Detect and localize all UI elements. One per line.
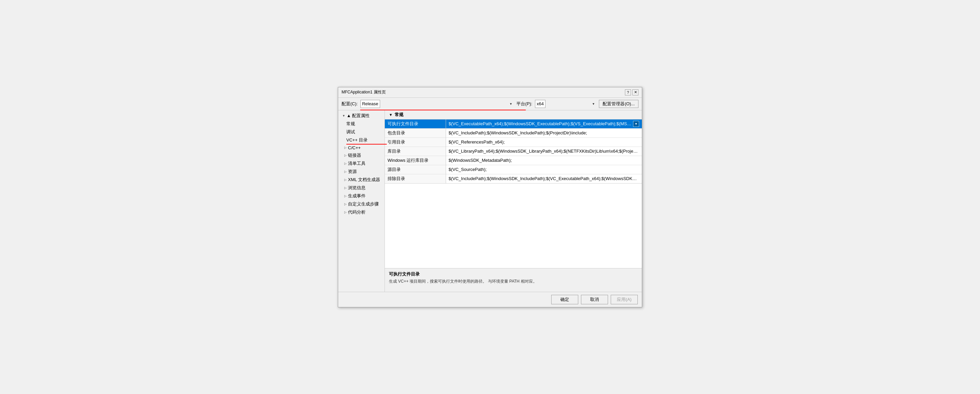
sidebar-debug-label: 调试 [346,129,355,135]
sidebar: ▼ ▲ 配置属性 常规 调试 VC++ 目录 ▷ C/C++ ▷ 链接器 [338,110,385,292]
sidebar-resource-label: 资源 [348,169,357,175]
prop-name: 库目录 [385,147,446,156]
prop-name: 排除目录 [385,174,446,183]
prop-value[interactable]: $(VC_LibraryPath_x64);$(WindowsSDK_Libra… [446,147,642,156]
main-dialog: MFCApplication1 属性页 ? ✕ 配置(C): Release 平… [338,87,642,307]
prop-name: 引用目录 [385,137,446,147]
sidebar-code-analysis-label: 代码分析 [348,209,366,215]
prop-name: Windows 运行库目录 [385,156,446,165]
table-row[interactable]: 源目录$(VC_SourcePath); [385,165,642,174]
sidebar-vcpp-label: VC++ 目录 [346,137,368,143]
sidebar-manifest-label: 清单工具 [348,160,366,166]
prop-name: 源目录 [385,165,446,174]
platform-select-wrapper: x64 [535,100,596,108]
main-content: ▼ ▲ 配置属性 常规 调试 VC++ 目录 ▷ C/C++ ▷ 链接器 [338,110,642,292]
linker-arrow-icon: ▷ [344,154,347,157]
build-events-arrow-icon: ▷ [344,194,347,198]
table-row[interactable]: 包含目录$(VC_IncludePath);$(WindowsSDK_Inclu… [385,128,642,137]
sidebar-build-events-label: 生成事件 [348,193,366,199]
xml-arrow-icon: ▷ [344,178,347,182]
right-panel: ▼ 常规 可执行文件目录$(VC_ExecutablePath_x64);$(W… [385,110,642,292]
prop-value[interactable]: $(VC_IncludePath);$(WindowsSDK_IncludePa… [446,174,642,183]
props-table: 可执行文件目录$(VC_ExecutablePath_x64);$(Window… [385,120,642,183]
prop-value[interactable]: $(VC_SourcePath); [446,165,642,174]
table-row[interactable]: 库目录$(VC_LibraryPath_x64);$(WindowsSDK_Li… [385,147,642,156]
sidebar-custom-build-label: 自定义生成步骤 [348,201,379,207]
custom-build-arrow-icon: ▷ [344,203,347,206]
prop-value[interactable]: $(WindowsSDK_MetadataPath); [446,156,642,165]
sidebar-linker-label: 链接器 [348,152,361,158]
prop-name: 可执行文件目录 [385,120,446,129]
table-row[interactable]: 排除目录$(VC_IncludePath);$(WindowsSDK_Inclu… [385,174,642,183]
section-toggle-icon[interactable]: ▼ [389,113,393,117]
dialog-title: MFCApplication1 属性页 [342,89,386,95]
ok-button[interactable]: 确定 [551,295,578,304]
title-bar: MFCApplication1 属性页 ? ✕ [338,87,642,98]
browse-arrow-icon: ▷ [344,186,347,190]
table-row[interactable]: Windows 运行库目录$(WindowsSDK_MetadataPath); [385,156,642,165]
help-button[interactable]: ? [625,89,631,96]
sidebar-item-debug[interactable]: 调试 [338,128,385,136]
sidebar-item-resource[interactable]: ▷ 资源 [338,167,385,175]
config-row: 配置(C): Release 平台(P): x64 配置管理器(O)... [338,98,642,110]
annotation-line-sidebar [346,144,387,145]
manage-config-button[interactable]: 配置管理器(O)... [599,100,638,108]
description-text: 生成 VC++ 项目期间，搜索可执行文件时使用的路径。 与环境变量 PATH 相… [389,279,638,284]
sidebar-browse-label: 浏览信息 [348,185,366,191]
sidebar-item-browse[interactable]: ▷ 浏览信息 [338,184,385,192]
table-row[interactable]: 可执行文件目录$(VC_ExecutablePath_x64);$(Window… [385,120,642,129]
platform-label: 平台(P): [516,101,532,107]
annotation-line-config [360,110,526,110]
apply-button[interactable]: 应用(A) [611,295,638,304]
prop-value-text: $(VC_ExecutablePath_x64);$(WindowsSDK_Ex… [449,121,632,126]
sidebar-root-label: ▲ 配置属性 [347,113,370,119]
section-header-label: 常规 [395,112,403,118]
bottom-buttons-bar: 确定 取消 应用(A) [338,292,642,307]
description-title: 可执行文件目录 [389,271,638,277]
sidebar-root-item[interactable]: ▼ ▲ 配置属性 [338,112,385,120]
prop-name: 包含目录 [385,128,446,137]
sidebar-item-linker[interactable]: ▷ 链接器 [338,151,385,160]
prop-value[interactable]: $(VC_ReferencesPath_x64); [446,137,642,147]
cancel-button[interactable]: 取消 [581,295,608,304]
config-label: 配置(C): [342,101,358,107]
sidebar-xml-label: XML 文档生成器 [348,177,380,183]
prop-value[interactable]: $(VC_ExecutablePath_x64);$(WindowsSDK_Ex… [446,120,642,129]
description-area: 可执行文件目录 生成 VC++ 项目期间，搜索可执行文件时使用的路径。 与环境变… [385,268,642,292]
sidebar-item-xml[interactable]: ▷ XML 文档生成器 [338,175,385,184]
root-arrow-icon: ▼ [342,114,345,118]
sidebar-item-vcpp[interactable]: VC++ 目录 [338,136,385,144]
sidebar-item-build-events[interactable]: ▷ 生成事件 [338,192,385,200]
config-select[interactable]: Release [361,100,380,108]
close-button[interactable]: ✕ [632,89,638,96]
resource-arrow-icon: ▷ [344,170,347,173]
sidebar-item-code-analysis[interactable]: ▷ 代码分析 [338,208,385,216]
config-select-wrapper: Release [361,100,514,108]
sidebar-item-custom-build[interactable]: ▷ 自定义生成步骤 [338,200,385,208]
manifest-arrow-icon: ▷ [344,162,347,165]
sidebar-general-label: 常规 [346,121,355,127]
code-analysis-arrow-icon: ▷ [344,211,347,214]
sidebar-item-general[interactable]: 常规 [338,120,385,128]
section-header: ▼ 常规 [385,110,642,120]
sidebar-item-cpp[interactable]: ▷ C/C++ [338,144,385,151]
spacer-area [385,183,642,268]
platform-select[interactable]: x64 [535,100,546,108]
title-controls: ? ✕ [625,89,638,96]
table-row[interactable]: 引用目录$(VC_ReferencesPath_x64); [385,137,642,147]
props-scroll[interactable]: 可执行文件目录$(VC_ExecutablePath_x64);$(Window… [385,120,642,268]
prop-dropdown-button[interactable]: ▼ [633,121,639,127]
prop-value[interactable]: $(VC_IncludePath);$(WindowsSDK_IncludePa… [446,128,642,137]
sidebar-item-manifest[interactable]: ▷ 清单工具 [338,160,385,167]
cpp-arrow-icon: ▷ [344,146,347,149]
sidebar-cpp-label: C/C++ [348,145,361,150]
